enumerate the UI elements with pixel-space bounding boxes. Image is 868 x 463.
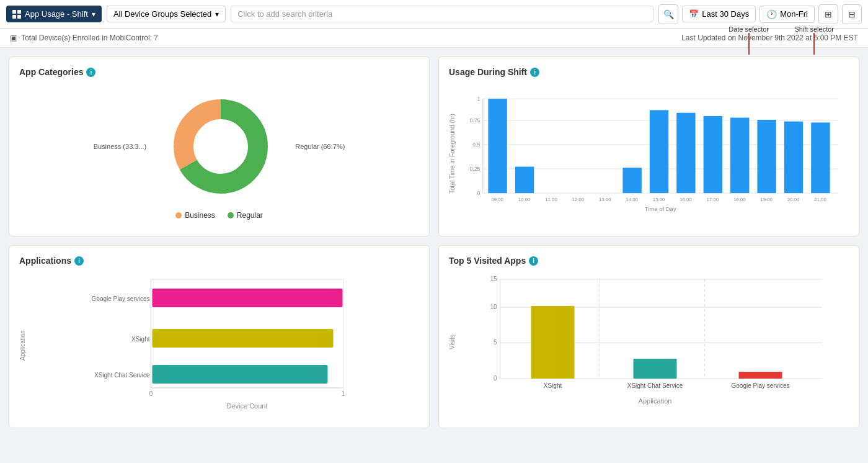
svg-text:XSight Chat Service: XSight Chat Service (94, 372, 150, 379)
search-button[interactable]: 🔍 (658, 4, 678, 24)
svg-rect-43 (153, 289, 343, 307)
svg-rect-24 (784, 122, 803, 193)
svg-point-4 (197, 123, 244, 170)
svg-text:0: 0 (494, 375, 497, 382)
svg-text:5: 5 (494, 339, 497, 346)
svg-text:0: 0 (149, 390, 153, 397)
applications-card: Applications i Application Go (9, 245, 430, 428)
usage-during-shift-card: Usage During Shift i Total Time in Foreg… (438, 56, 859, 236)
svg-rect-16 (488, 99, 507, 193)
svg-rect-21 (704, 116, 722, 193)
date-label: Last 30 Days (702, 9, 749, 19)
svg-text:21:00: 21:00 (814, 197, 826, 202)
svg-rect-20 (676, 113, 695, 193)
top5-apps-info-icon[interactable]: i (529, 256, 538, 266)
svg-text:15:00: 15:00 (653, 197, 665, 202)
usage-shift-info-icon[interactable]: i (530, 68, 539, 77)
usage-y-label: Total Time in Foreground (hr) (449, 84, 459, 223)
svg-text:10:00: 10:00 (518, 197, 531, 202)
usage-shift-chart: 0 0.25 0.5 0.75 1 (461, 84, 849, 221)
top5-apps-card: Top 5 Visited Apps i Visits 0 (438, 245, 859, 428)
svg-text:13:00: 13:00 (599, 197, 611, 202)
svg-text:XSight: XSight (544, 382, 562, 389)
app-categories-info-icon[interactable]: i (86, 68, 95, 77)
date-selector-button[interactable]: 📅 Last 30 Days (682, 6, 756, 22)
svg-text:XSight: XSight (131, 336, 150, 343)
svg-text:11:00: 11:00 (545, 197, 557, 202)
svg-rect-17 (515, 167, 534, 194)
svg-text:14:00: 14:00 (626, 197, 638, 202)
svg-text:0.5: 0.5 (472, 142, 480, 148)
business-label: Business (33.3...) (94, 143, 147, 150)
applications-title: Applications i (19, 256, 419, 266)
regular-label: Regular (66.7%) (295, 143, 345, 150)
svg-text:18:00: 18:00 (733, 197, 746, 202)
header-actions: 🔍 📅 Last 30 Days 🕐 Mon-Fri ⊞ ⊟ (658, 4, 862, 24)
svg-text:Time of Day: Time of Day (645, 205, 676, 212)
calendar-icon: 📅 (689, 9, 699, 19)
svg-rect-45 (153, 365, 328, 384)
clock-icon: 🕐 (766, 9, 777, 19)
device-icon: ▣ (10, 34, 17, 42)
donut-chart (165, 91, 277, 202)
svg-rect-25 (811, 122, 830, 193)
svg-text:1: 1 (342, 390, 345, 397)
device-group-chevron (215, 9, 219, 19)
search-input[interactable]: Click to add search criteria (231, 6, 653, 22)
svg-text:Device Count: Device Count (226, 402, 267, 410)
svg-text:Google Play services: Google Play services (92, 295, 150, 302)
app-title-chevron (92, 9, 95, 19)
svg-text:0.75: 0.75 (469, 117, 480, 124)
svg-text:19:00: 19:00 (760, 197, 773, 202)
shift-selector-annotation: Shift selector (794, 25, 834, 55)
svg-rect-44 (153, 329, 334, 348)
app-title-button[interactable]: App Usage - Shift (6, 6, 102, 22)
app-categories-chart: Business (33.3...) Regular (66.7%) (19, 84, 419, 226)
shift-selector-button[interactable]: 🕐 Mon-Fri (760, 6, 815, 23)
settings-button[interactable]: ⊟ (842, 4, 862, 24)
svg-text:Application: Application (639, 397, 672, 405)
donut-legend: Business Regular (175, 211, 263, 220)
device-group-button[interactable]: All Device Groups Selected (107, 6, 226, 22)
applications-y-label: Application (19, 273, 29, 418)
svg-text:1: 1 (477, 96, 480, 102)
top5-y-label: Visits (449, 273, 459, 411)
svg-rect-65 (634, 359, 677, 379)
applications-info-icon[interactable]: i (74, 256, 84, 266)
top5-chart: 0 5 10 15 XSight XSight Chat Service (461, 273, 849, 410)
legend-regular-dot (228, 212, 234, 218)
usage-shift-title: Usage During Shift i (449, 67, 849, 77)
devices-enrolled-text: ▣ Total Device(s) Enrolled in MobiContro… (10, 34, 158, 42)
main-content: App Categories i Business (33.3...) Regu… (0, 48, 868, 437)
svg-text:20:00: 20:00 (787, 197, 800, 202)
svg-text:10: 10 (490, 303, 497, 310)
app-categories-title: App Categories i (19, 67, 419, 77)
svg-rect-22 (730, 118, 749, 194)
app-title-label: App Usage - Shift (25, 9, 88, 19)
svg-text:0: 0 (477, 190, 480, 196)
grid-view-button[interactable]: ⊞ (818, 4, 838, 24)
app-categories-card: App Categories i Business (33.3...) Regu… (9, 56, 430, 236)
legend-business-dot (175, 212, 182, 218)
top5-apps-title: Top 5 Visited Apps i (449, 256, 849, 266)
svg-text:12:00: 12:00 (572, 197, 585, 202)
svg-rect-18 (622, 168, 641, 193)
svg-text:09:00: 09:00 (491, 197, 503, 202)
svg-rect-64 (531, 306, 575, 379)
header: App Usage - Shift All Device Groups Sele… (0, 0, 868, 29)
grid-icon (12, 10, 21, 19)
applications-chart: Google Play services XSight XSight Chat … (32, 273, 419, 416)
svg-rect-66 (739, 372, 782, 379)
date-selector-annotation: Date selector (728, 25, 769, 55)
svg-text:0.25: 0.25 (469, 166, 480, 172)
svg-text:Google Play services: Google Play services (732, 382, 790, 389)
legend-regular: Regular (228, 211, 263, 220)
svg-text:XSight Chat Service: XSight Chat Service (627, 382, 683, 389)
svg-text:17:00: 17:00 (707, 197, 719, 202)
svg-rect-23 (757, 120, 776, 193)
svg-text:15: 15 (490, 276, 497, 282)
svg-rect-19 (650, 110, 668, 193)
svg-text:16:00: 16:00 (680, 197, 692, 202)
shift-label: Mon-Fri (780, 9, 808, 19)
device-group-label: All Device Groups Selected (113, 9, 211, 19)
